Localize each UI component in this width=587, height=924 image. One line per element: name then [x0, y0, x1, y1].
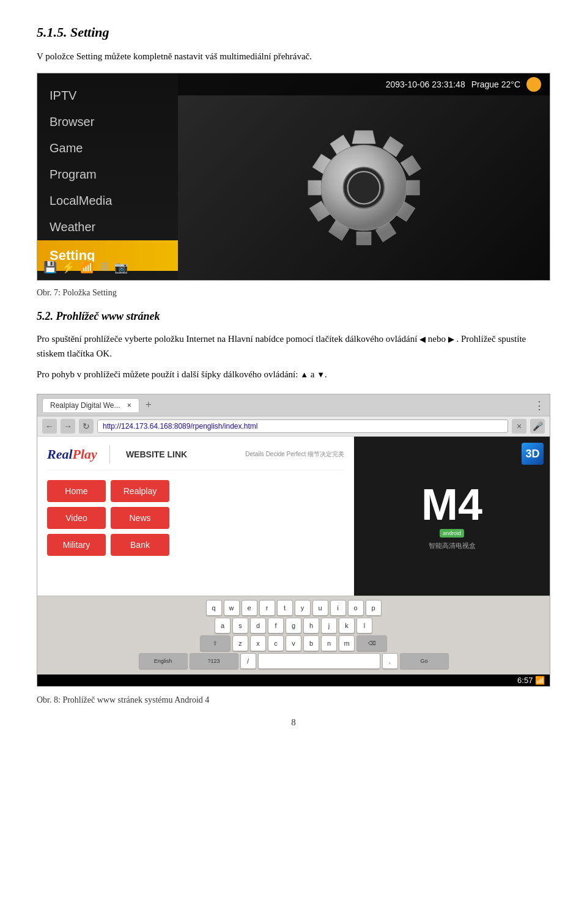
page-number: 8 — [37, 717, 550, 728]
key-c[interactable]: c — [268, 635, 284, 651]
3d-badge: 3D — [522, 443, 544, 465]
microphone-button[interactable]: 🎤 — [530, 419, 545, 434]
site-nav-video[interactable]: Video — [47, 507, 106, 529]
site-nav-news[interactable]: News — [111, 507, 169, 529]
menu-item-program[interactable]: Program — [37, 161, 178, 188]
tv-menu: IPTV Browser Game Program LocalMedia Wea… — [37, 73, 178, 280]
key-y[interactable]: y — [295, 600, 311, 616]
keyboard-row-3: ⇧ z x c v b n m ⌫ — [41, 635, 546, 651]
key-f[interactable]: f — [268, 618, 284, 634]
refresh-button[interactable]: ↻ — [79, 419, 94, 434]
body-text-1a: Pro spuštění prohlížeče vyberte položku … — [37, 334, 417, 344]
site-nav-grid: Home Realplay Video News Military Bank — [47, 480, 169, 556]
usb-icon: ⚡ — [62, 261, 75, 274]
body-text-1b: nebo — [428, 334, 446, 344]
key-period[interactable]: . — [382, 653, 398, 669]
back-button[interactable]: ← — [42, 419, 57, 434]
key-backspace[interactable]: ⌫ — [356, 635, 387, 651]
key-z[interactable]: z — [232, 635, 248, 651]
body-text-2: Pro pohyb v prohlížeči můžete použít i d… — [37, 367, 550, 382]
tab-close-button[interactable]: × — [127, 401, 131, 410]
close-url-button[interactable]: × — [512, 419, 526, 434]
key-r[interactable]: r — [259, 600, 275, 616]
key-l[interactable]: l — [356, 618, 372, 634]
key-symbols[interactable]: ?123 — [190, 653, 238, 669]
body-text-2a: Pro pohyb v prohlížeči můžete použít i d… — [37, 369, 298, 379]
key-e[interactable]: e — [242, 600, 257, 616]
keyboard-row-1: q w e r t y u i o p — [41, 600, 546, 616]
menu-item-weather[interactable]: Weather — [37, 214, 178, 240]
key-u[interactable]: u — [312, 600, 328, 616]
menu-item-iptv[interactable]: IPTV — [37, 83, 178, 109]
key-k[interactable]: k — [339, 618, 355, 634]
site-nav-home[interactable]: Home — [47, 480, 106, 502]
key-a[interactable]: a — [215, 618, 231, 634]
key-p[interactable]: p — [366, 600, 382, 616]
caption-2: Obr. 8: Prohlížeč www stránek systému An… — [37, 695, 550, 705]
svg-point-1 — [343, 167, 384, 208]
brand-tagline: Details Decide Perfect 细节决定完美 — [245, 450, 344, 459]
key-q[interactable]: q — [206, 600, 222, 616]
forward-button[interactable]: → — [61, 419, 75, 434]
section-2-heading: 5.2. Prohlížeč www stránek — [37, 310, 550, 323]
wifi-status-icon: 📶 — [535, 676, 545, 685]
sd-icon: 💾 — [43, 261, 57, 274]
key-j[interactable]: j — [321, 618, 337, 634]
gear-icon — [290, 114, 437, 261]
key-x[interactable]: x — [250, 635, 266, 651]
key-m[interactable]: m — [339, 635, 355, 651]
key-slash[interactable]: / — [240, 653, 256, 669]
screen-icon: 🖥 — [98, 261, 109, 274]
arrow-right-icon — [448, 334, 454, 344]
body-text-2b: a — [311, 369, 315, 379]
tab-label: Realplay Digital We... — [50, 401, 120, 410]
intro-text: V položce Setting můžete kompletně nasta… — [37, 51, 550, 62]
key-v[interactable]: v — [286, 635, 301, 651]
header-datetime: 2093-10-06 23:31:48 — [386, 79, 465, 89]
key-d[interactable]: d — [250, 618, 266, 634]
browser-content-area: RealPlay WEBSITE LINK Details Decide Per… — [37, 437, 550, 596]
address-bar[interactable]: http://124.173.64.168:8089/rpenglish/ind… — [97, 419, 508, 433]
browser-active-tab[interactable]: Realplay Digital We... × — [42, 398, 139, 412]
menu-dots-icon[interactable]: ⋮ — [534, 399, 545, 412]
caption-1: Obr. 7: Položka Setting — [37, 288, 550, 298]
key-space[interactable] — [258, 653, 380, 669]
key-w[interactable]: w — [224, 600, 240, 616]
key-go[interactable]: Go — [400, 653, 449, 669]
browser-nav-bar: ← → ↻ http://124.173.64.168:8089/rpengli… — [37, 416, 550, 437]
keyboard-row-2: a s d f g h j k l — [41, 618, 546, 634]
key-language[interactable]: English — [139, 653, 188, 669]
m4-subtitle: 智能高清电视盒 — [421, 541, 482, 550]
brand-logo: RealPlay — [47, 446, 97, 462]
site-nav-bank[interactable]: Bank — [111, 534, 169, 556]
menu-item-browser[interactable]: Browser — [37, 109, 178, 135]
browser-right-panel: M4 android 智能高清电视盒 3D — [354, 437, 550, 596]
key-o[interactable]: o — [348, 600, 364, 616]
android-badge: android — [440, 529, 464, 538]
clock-time: 6:57 — [517, 676, 533, 685]
key-g[interactable]: g — [286, 618, 301, 634]
brand-row: RealPlay WEBSITE LINK Details Decide Per… — [47, 445, 344, 470]
status-bar: 6:57 📶 — [37, 675, 550, 686]
menu-item-game[interactable]: Game — [37, 135, 178, 161]
menu-item-localmedia[interactable]: LocalMedia — [37, 188, 178, 214]
camera-icon: 📷 — [114, 261, 128, 274]
key-s[interactable]: s — [232, 618, 248, 634]
android-label: android — [443, 530, 461, 536]
arrow-left-icon — [419, 334, 426, 344]
browser-tab-bar: Realplay Digital We... × + ⋮ — [37, 394, 550, 416]
key-t[interactable]: t — [277, 600, 293, 616]
key-shift[interactable]: ⇧ — [200, 635, 231, 651]
site-nav-realplay[interactable]: Realplay — [111, 480, 169, 502]
key-i[interactable]: i — [330, 600, 346, 616]
key-h[interactable]: h — [303, 618, 319, 634]
weather-sun-icon — [526, 77, 541, 92]
key-n[interactable]: n — [321, 635, 337, 651]
new-tab-button[interactable]: + — [146, 399, 152, 412]
site-nav-military[interactable]: Military — [47, 534, 106, 556]
key-b[interactable]: b — [303, 635, 319, 651]
tv-content-area: 2093-10-06 23:31:48 Prague 22°C — [178, 73, 550, 280]
keyboard-row-4: English ?123 / . Go — [41, 653, 546, 669]
tv-screenshot: IPTV Browser Game Program LocalMedia Wea… — [37, 73, 550, 281]
m4-logo-text: M4 android 智能高清电视盒 — [421, 482, 482, 550]
